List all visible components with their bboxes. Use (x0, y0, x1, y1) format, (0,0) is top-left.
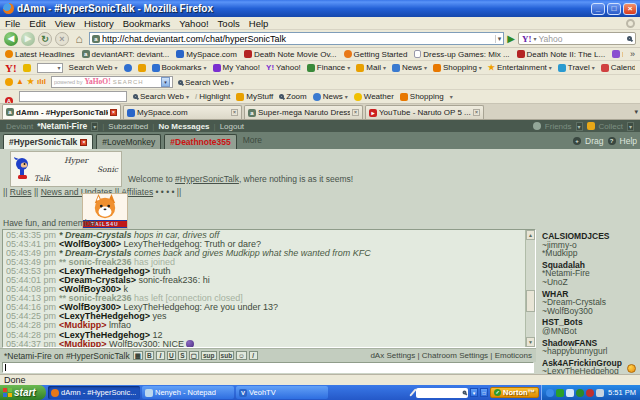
ask-toolbar-item[interactable]: News▾ (313, 92, 348, 101)
message-username[interactable]: ** sonic-freak236 (59, 294, 132, 303)
reload-button[interactable]: ↻ (38, 32, 52, 46)
bookmark-item[interactable]: adeviantART: deviant... (82, 50, 170, 59)
yahoo-toolbar-item[interactable]: Y!Yahoo! (266, 63, 301, 73)
maximize-button[interactable]: □ (607, 3, 621, 15)
friends-dropdown-icon[interactable]: ▾ (576, 122, 583, 131)
emote-button[interactable]: ☺ (236, 351, 247, 360)
message-username[interactable]: <Mudkipp> (59, 340, 107, 348)
userlist-member[interactable]: @MNBot (542, 327, 638, 336)
drag-icon[interactable]: + (573, 137, 581, 145)
collect-dropdown-icon[interactable]: ▾ (627, 122, 634, 131)
bookmark-item[interactable]: Latest Headlines (5, 50, 75, 59)
chat-tab[interactable]: #LoveMonkey (96, 134, 161, 149)
search-icon[interactable] (627, 36, 632, 41)
message-username[interactable]: <WolfBoy300> (59, 240, 121, 249)
message-log[interactable]: 05:43:35 pm* Dream-Crystals hops in car,… (2, 229, 536, 348)
scrollbar-track[interactable] (526, 240, 535, 337)
logged-in-username[interactable]: *Netami-Fire (37, 121, 87, 131)
superscript-button[interactable]: sup (201, 351, 217, 360)
title-bar[interactable]: dAmn - #HyperSonicTalk - Mozilla Firefox… (0, 0, 640, 17)
header-link-subscribed[interactable]: Subscribed (108, 122, 148, 131)
menu-view[interactable]: View (55, 18, 75, 29)
ask-search-input[interactable] (19, 91, 127, 102)
friends-link[interactable]: Friends (545, 122, 572, 131)
chatroom-settings-link[interactable]: Chatroom Settings (422, 351, 488, 360)
scroll-up-icon[interactable]: ▲ (526, 230, 535, 240)
dax-settings-link[interactable]: dAx Settings (370, 351, 415, 360)
userlist-member[interactable]: ~UnoZ (542, 278, 638, 287)
search-engine-dropdown-icon[interactable]: ▾ (534, 35, 537, 42)
url-text[interactable]: http://chat.deviantart.com/chat/hyperSon… (102, 34, 493, 44)
user-dropdown-icon[interactable]: ▾ (91, 122, 98, 131)
yahoo-toolbar-item[interactable]: ★Entertainment▾ (488, 63, 552, 73)
collect-link[interactable]: Collect (599, 122, 623, 131)
search-hint[interactable]: Yahoo (539, 34, 625, 44)
browser-tab[interactable]: ▸YouTube - Naruto OP 5 ... Kyousouky...× (365, 105, 484, 119)
home-button[interactable]: ⌂ (72, 32, 86, 46)
message-input[interactable] (2, 362, 534, 373)
chat-tab-close-icon[interactable]: × (80, 139, 87, 146)
userlist-member[interactable]: ~WolfBoy300 (542, 307, 638, 316)
scroll-down-icon[interactable]: ▼ (526, 337, 535, 347)
chat-tab[interactable]: #Deathnote355 (164, 134, 236, 149)
strike-button[interactable]: S (178, 351, 187, 360)
yahoo-toolbar-item[interactable]: ▾ (37, 63, 63, 73)
browser-tab[interactable]: aSuper-mega Naruto Dress up by ~Cha...× (244, 105, 363, 119)
header-link-logout[interactable]: Logout (220, 122, 244, 131)
message-username[interactable]: <WolfBoy300> (59, 285, 121, 294)
userlist-member[interactable]: ~happybunnygurl (542, 347, 638, 356)
back-button[interactable]: ◀ (4, 32, 18, 46)
help-icon[interactable]: ? (608, 137, 616, 145)
ask-toolbar-item[interactable]: /Highlight (195, 92, 230, 101)
yahoo-toolbar-item[interactable]: Search Web▾ (69, 63, 118, 73)
yahoo-toolbar-item[interactable]: Finance▾ (307, 63, 350, 73)
forward-button[interactable]: ▶ (21, 32, 35, 46)
bookmark-item[interactable]: Getting Started (344, 50, 408, 59)
messenger-icon[interactable] (546, 389, 554, 397)
drag-label[interactable]: Drag (585, 136, 603, 146)
ask-toolbar-item[interactable]: Shopping (400, 92, 444, 101)
antivirus-icon[interactable] (586, 389, 594, 397)
message-username[interactable]: <LexyTheHedgehog> (59, 312, 150, 321)
bookmark-item[interactable]: Death Note Movie Ov... (244, 50, 337, 59)
userlist-member[interactable]: ~LexyTheHedgehog (542, 367, 638, 374)
channel-link[interactable]: #HyperSonicTalk (175, 174, 239, 184)
bookmark-item[interactable]: MySpace.com (176, 50, 237, 59)
ask-toolbar-options-icon[interactable]: ▾ (450, 93, 453, 100)
emoticons-link[interactable]: Emoticons (495, 351, 532, 360)
engine-select[interactable]: ▾ (37, 63, 63, 73)
yahoo-toolbar-item[interactable]: Shopping▾ (433, 63, 482, 73)
start-button[interactable]: start (0, 385, 46, 400)
tab-close-icon[interactable]: × (352, 109, 359, 116)
message-username[interactable]: * Dream-Crystals (59, 249, 132, 258)
list-all-tabs-icon[interactable]: ▾ (634, 108, 638, 116)
chat-tab[interactable]: #HyperSonicTalk× (3, 134, 93, 149)
chat-tab-more[interactable]: More (240, 135, 265, 149)
message-username[interactable]: ** sonic-freak236 (59, 258, 132, 267)
bookmarks-overflow-chevron[interactable]: » (630, 49, 635, 59)
yahoo-toolbar-item[interactable] (124, 63, 132, 73)
browser-tab[interactable]: MySpace.com× (123, 105, 242, 119)
menu-tools[interactable]: Tools (218, 18, 240, 29)
color-button[interactable]: / (249, 351, 258, 360)
search-dropdown-icon[interactable]: ▾ (161, 77, 170, 87)
userlist-member[interactable]: *Mudkipp (542, 249, 638, 258)
tab-close-icon[interactable]: × (110, 109, 117, 116)
norton-button[interactable]: ✓ Norton™ (490, 387, 539, 398)
message-username[interactable]: <LexyTheHedgehog> (59, 331, 150, 340)
menu-help[interactable]: Help (249, 18, 269, 29)
address-bar[interactable]: a http://chat.deviantart.com/chat/hyperS… (89, 32, 504, 45)
bold-button[interactable]: B (145, 351, 154, 360)
message-username[interactable]: <WolfBoy300> (59, 303, 121, 312)
yahoo-toolbar-item[interactable]: Travel▾ (558, 63, 595, 73)
menu-history[interactable]: History (84, 18, 114, 29)
subscript-button[interactable]: sub (219, 351, 235, 360)
bookmark-item[interactable]: Death Note II: The L... (517, 50, 606, 59)
yahoo-toolbar-item[interactable]: Bookmarks▾ (152, 63, 207, 73)
ask-toolbar-item[interactable]: Zoom (279, 92, 306, 101)
message-username[interactable]: <Dream-Crystals> (59, 276, 136, 285)
close-button[interactable]: × (623, 3, 637, 15)
yahoo-toolbar-item[interactable]: My Yahoo! (213, 63, 261, 73)
menu-file[interactable]: File (5, 18, 20, 29)
yahoo-toolbar-item[interactable]: News▾ (392, 63, 427, 73)
